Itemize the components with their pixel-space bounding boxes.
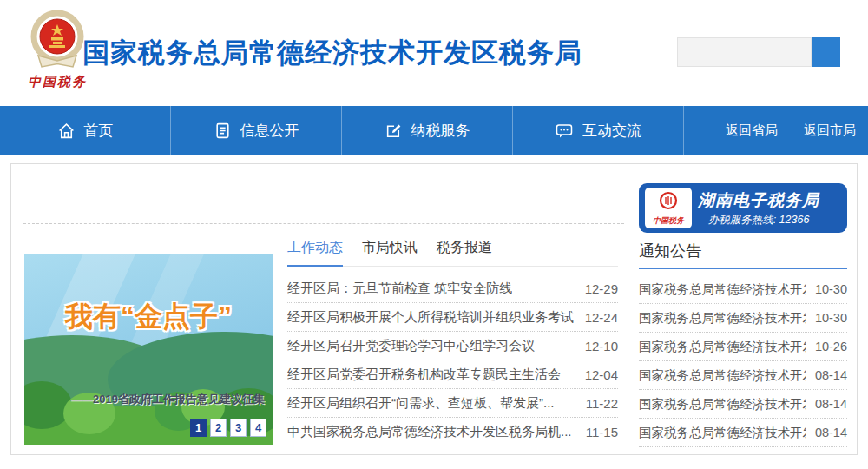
notice-item-title[interactable]: 国家税务总局常德经济技术开发... [639, 396, 806, 413]
notice-list: 国家税务总局常德经济技术开发... 10-30 国家税务总局常德经济技术开发..… [639, 275, 847, 447]
notice-item-title[interactable]: 国家税务总局常德经济技术开发... [639, 425, 806, 441]
etax-banner[interactable]: 中国税务 湖南电子税务局 办税服务热线: 12366 [639, 183, 847, 233]
document-icon [214, 122, 232, 140]
etax-banner-hotline: 办税服务热线: 12366 [708, 213, 810, 228]
dashed-divider [23, 223, 624, 224]
news-item[interactable]: 经开区局召开党委理论学习中心组学习会议 12-10 [287, 332, 618, 360]
etax-banner-title: 湖南电子税务局 [698, 189, 819, 212]
carousel-page-button[interactable]: 4 [250, 419, 266, 437]
notice-item-date: 08-14 [815, 426, 847, 439]
carousel-page-button[interactable]: 1 [190, 419, 207, 437]
nav-item-home[interactable]: 首页 [0, 106, 171, 155]
news-item[interactable]: 经开区局党委召开税务机构改革专题民主生活会 12-04 [287, 360, 618, 389]
return-provincial-link[interactable]: 返回省局 [726, 122, 778, 139]
nav-item-label: 首页 [84, 121, 114, 141]
notices-underline [639, 268, 847, 269]
etax-banner-text: 湖南电子税务局 办税服务热线: 12366 [698, 189, 819, 228]
slide-title: 我有“金点子” [24, 298, 273, 336]
nav-item-interaction[interactable]: 互动交流 [513, 106, 684, 155]
news-item-date: 12-29 [585, 281, 618, 296]
notice-item-date: 10-30 [815, 282, 847, 296]
news-item-title[interactable]: 经开区局积极开展个人所得税培训并组织业务考试 [287, 309, 574, 326]
return-municipal-link[interactable]: 返回市局 [804, 122, 856, 139]
news-item-title[interactable]: 中共国家税务总局常德经济技术开发区税务局机... [287, 424, 572, 440]
notice-item-date: 10-30 [815, 311, 847, 325]
page-title: 国家税务总局常德经济技术开发区税务局 [82, 35, 582, 71]
nav-return-links: 返回省局 返回市局 [684, 106, 868, 155]
news-list: 经开区局：元旦节前检查 筑牢安全防线 12-29 经开区局积极开展个人所得税培训… [287, 274, 618, 446]
tax-ring-icon [658, 190, 679, 215]
notice-item-date: 08-14 [815, 397, 847, 411]
notice-item-title[interactable]: 国家税务总局常德经济技术开发... [639, 281, 806, 298]
nav-item-label: 互动交流 [582, 121, 641, 141]
main-content-card: 我有“金点子” ——2019省政府工作报告意见建议征集 1234 工作动态市局快… [10, 163, 858, 455]
banner-logo-caption: 中国税务 [653, 215, 684, 227]
news-section: 工作动态市局快讯税务报道 经开区局：元旦节前检查 筑牢安全防线 12-29 经开… [287, 239, 618, 446]
news-tab[interactable]: 市局快讯 [362, 239, 418, 267]
notice-item-date: 08-14 [815, 368, 847, 382]
news-item-title[interactable]: 经开区局组织召开“问需求、查短板、帮发展”... [287, 395, 555, 412]
news-tab[interactable]: 税务报道 [437, 239, 492, 267]
notice-item[interactable]: 国家税务总局常德经济技术开发... 08-14 [639, 419, 847, 447]
carousel-slide[interactable]: 我有“金点子” ——2019省政府工作报告意见建议征集 1234 [24, 254, 273, 445]
notice-item[interactable]: 国家税务总局常德经济技术开发... 10-30 [639, 304, 847, 333]
notice-item[interactable]: 国家税务总局常德经济技术开发... 10-26 [639, 333, 847, 361]
notice-item-title[interactable]: 国家税务总局常德经济技术开发... [639, 367, 806, 384]
notice-item[interactable]: 国家税务总局常德经济技术开发... 08-14 [639, 361, 847, 390]
notice-item[interactable]: 国家税务总局常德经济技术开发... 10-30 [639, 275, 847, 304]
news-item-date: 12-10 [585, 339, 618, 353]
notice-item[interactable]: 国家税务总局常德经济技术开发... 08-14 [639, 390, 847, 419]
nav-item-tax-service[interactable]: 纳税服务 [342, 106, 513, 155]
carousel-page-button[interactable]: 2 [210, 419, 227, 437]
news-item-title[interactable]: 经开区局党委召开税务机构改革专题民主生活会 [287, 367, 561, 383]
pencil-icon [385, 122, 403, 140]
news-item-date: 11-22 [586, 396, 618, 411]
nav-item-label: 信息公开 [240, 121, 299, 141]
notice-item-title[interactable]: 国家税务总局常德经济技术开发... [639, 339, 806, 355]
news-item-date: 11-15 [586, 425, 618, 439]
news-item[interactable]: 中共国家税务总局常德经济技术开发区税务局机... 11-15 [287, 418, 618, 446]
news-item-date: 12-04 [585, 367, 618, 382]
news-item-date: 12-24 [585, 310, 618, 325]
carousel-pagination: 1234 [190, 419, 266, 437]
news-item[interactable]: 经开区局组织召开“问需求、查短板、帮发展”... 11-22 [287, 389, 618, 418]
nav-item-label: 纳税服务 [411, 121, 470, 141]
news-item[interactable]: 经开区局积极开展个人所得税培训并组织业务考试 12-24 [287, 303, 618, 332]
search-bar [677, 37, 840, 67]
notice-item-title[interactable]: 国家税务总局常德经济技术开发... [639, 310, 806, 327]
slide-subtitle: ——2019省政府工作报告意见建议征集 [70, 392, 265, 407]
nav-item-info-disclosure[interactable]: 信息公开 [171, 106, 342, 155]
carousel-page-button[interactable]: 3 [230, 419, 247, 437]
notices-heading: 通知公告 [639, 241, 847, 261]
news-item-title[interactable]: 经开区局：元旦节前检查 筑牢安全防线 [287, 281, 512, 297]
news-tabs: 工作动态市局快讯税务报道 [287, 239, 618, 267]
notice-item-date: 10-26 [815, 340, 847, 353]
etax-banner-logo: 中国税务 [645, 188, 692, 228]
main-nav: 首页 信息公开 纳税服务 互动交流 [0, 106, 868, 155]
news-item[interactable]: 经开区局：元旦节前检查 筑牢安全防线 12-29 [287, 274, 618, 303]
search-input[interactable] [677, 37, 812, 67]
sidebar: 中国税务 湖南电子税务局 办税服务热线: 12366 通知公告 国家税务总局常德… [639, 183, 847, 447]
logo-caption: 中国税务 [17, 74, 97, 90]
chat-icon [555, 122, 574, 140]
search-button[interactable] [812, 37, 840, 67]
news-tab[interactable]: 工作动态 [287, 239, 343, 267]
page-header: 中国税务 国家税务总局常德经济技术开发区税务局 [0, 0, 868, 106]
home-icon [57, 122, 76, 140]
news-item-title[interactable]: 经开区局召开党委理论学习中心组学习会议 [287, 338, 535, 354]
